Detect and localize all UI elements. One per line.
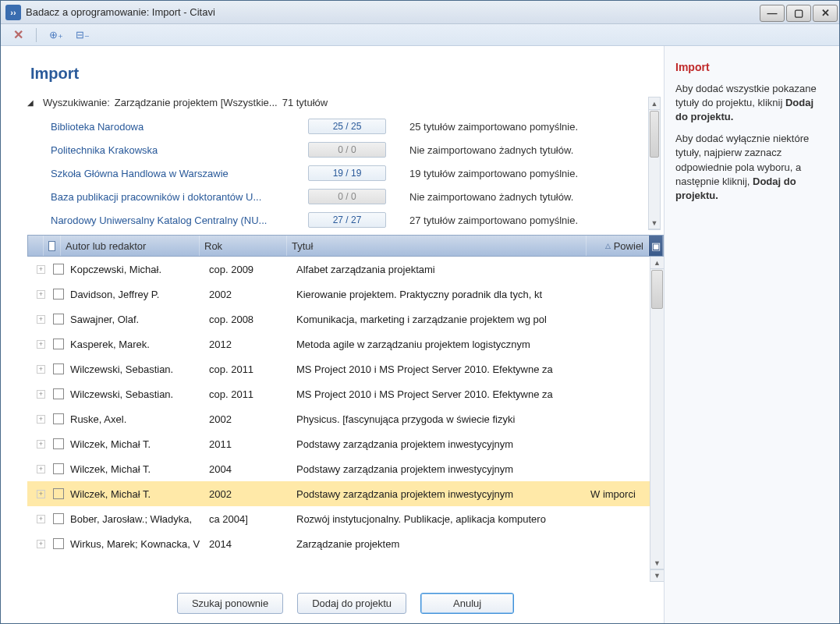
table-row[interactable]: +Bober, Jarosław.; Władyka,ca 2004]Rozwó… (27, 506, 650, 531)
cell-year: 2002 (209, 289, 296, 300)
body: Import ◢ Wyszukiwanie: Zarządzanie proje… (1, 46, 839, 623)
header-checkbox[interactable] (44, 236, 61, 256)
scroll-down-icon[interactable]: ▼ (649, 217, 660, 229)
source-count: 25 / 25 (308, 119, 386, 134)
table-row[interactable]: +Kopczewski, Michał.cop. 2009Alfabet zar… (27, 257, 650, 282)
source-row[interactable]: Szkoła Główna Handlowa w Warszawie19 / 1… (27, 161, 636, 185)
cell-title: Podstawy zarządzania projektem inwestycy… (296, 463, 590, 475)
cell-author: Kopczewski, Michał. (70, 264, 209, 275)
row-checkbox[interactable] (53, 438, 64, 449)
table-row[interactable]: +Sawajner, Olaf.cop. 2008Komunikacja, ma… (27, 307, 650, 332)
table-row[interactable]: +Wilczewski, Sebastian.cop. 2011MS Proje… (27, 381, 650, 406)
header-year[interactable]: Rok (200, 236, 287, 256)
header-scroll-corner[interactable]: ▣ (649, 236, 663, 256)
expand-row-icon[interactable]: + (37, 290, 45, 299)
grid-scrollbar[interactable]: ▲ ▼ ▼ (650, 257, 664, 582)
expand-all-icon[interactable]: ⊕₊ (44, 27, 68, 42)
table-row[interactable]: +Davidson, Jeffrey P.2002Kierowanie proj… (27, 282, 650, 307)
collapse-arrow-icon[interactable]: ◢ (27, 98, 38, 107)
expand-row-icon[interactable]: + (37, 415, 45, 424)
grid-scroll-up-icon[interactable]: ▲ (650, 257, 664, 269)
source-count: 0 / 0 (308, 142, 386, 158)
header-title[interactable]: Tytuł (287, 236, 587, 256)
row-checkbox[interactable] (53, 289, 64, 300)
row-checkbox[interactable] (53, 339, 64, 349)
help-title: Import (675, 60, 828, 76)
cell-title: Alfabet zarządzania projektami (296, 264, 590, 275)
table-row[interactable]: +Ruske, Axel.2002Physicus. [fascynująca … (27, 406, 650, 431)
cell-year: 2011 (209, 438, 296, 450)
minimize-button[interactable]: — (760, 5, 785, 22)
header-expand (28, 236, 44, 256)
row-checkbox[interactable] (53, 538, 64, 549)
grid-scroll-down-icon[interactable]: ▼ (650, 557, 664, 569)
table-row[interactable]: +Wilczek, Michał T.2011Podstawy zarządza… (27, 431, 650, 456)
row-checkbox[interactable] (53, 413, 64, 424)
button-bar: Szukaj ponownie Dodaj do projektu Anuluj (27, 582, 664, 614)
maximize-button[interactable]: ▢ (786, 5, 811, 22)
grid-header: Autor lub redaktor Rok Tytuł △Powiel ▣ (27, 235, 664, 257)
source-status: Nie zaimportowano żadnych tytułów. (386, 144, 636, 156)
collapse-all-icon[interactable]: ⊟₋ (71, 27, 94, 42)
expand-row-icon[interactable]: + (37, 490, 45, 498)
cell-title: MS Project 2010 i MS Project Server 2010… (296, 388, 590, 400)
grid-scroll-thumb[interactable] (651, 270, 663, 309)
row-checkbox[interactable] (53, 264, 64, 275)
source-row[interactable]: Biblioteka Narodowa25 / 2525 tytułów zai… (27, 115, 636, 138)
expand-row-icon[interactable]: + (37, 265, 45, 274)
scroll-up-icon[interactable]: ▲ (649, 98, 660, 110)
cell-title: Metoda agile w zarządzaniu projektem log… (296, 339, 590, 350)
row-checkbox[interactable] (53, 363, 64, 374)
table-row[interactable]: +Wilczewski, Sebastian.cop. 2011MS Proje… (27, 356, 650, 381)
source-row[interactable]: Narodowy Uniwersalny Katalog Centralny (… (27, 208, 636, 230)
cancel-button[interactable]: Anuluj (420, 593, 514, 614)
cell-title: Physicus. [fascynująca przygoda w świeci… (296, 413, 590, 425)
expand-row-icon[interactable]: + (37, 390, 45, 399)
source-row[interactable]: Politechnika Krakowska0 / 0Nie zaimporto… (27, 138, 636, 161)
window-controls: — ▢ ✕ (760, 3, 839, 22)
source-count: 19 / 19 (308, 165, 386, 181)
expand-row-icon[interactable]: + (37, 340, 45, 349)
row-checkbox[interactable] (53, 488, 64, 499)
expand-row-icon[interactable]: + (37, 465, 45, 473)
cell-author: Wilczewski, Sebastian. (70, 363, 209, 375)
expand-row-icon[interactable]: + (37, 515, 45, 523)
row-checkbox[interactable] (53, 463, 64, 474)
source-row[interactable]: Baza publikacji pracowników i doktorantó… (27, 185, 636, 208)
row-checkbox[interactable] (53, 314, 64, 324)
toolbar: ✕ ⊕₊ ⊟₋ (1, 24, 839, 46)
source-name[interactable]: Politechnika Krakowska (51, 144, 308, 156)
titlebar[interactable]: ›› Badacz a oprogramowanie: Import - Cit… (1, 1, 839, 24)
expand-row-icon[interactable]: + (37, 315, 45, 324)
source-name[interactable]: Szkoła Główna Handlowa w Warszawie (51, 168, 308, 179)
cell-year: cop. 2008 (209, 314, 296, 325)
add-to-project-button[interactable]: Dodaj do projektu (297, 593, 406, 614)
header-author[interactable]: Autor lub redaktor (61, 236, 200, 256)
expand-row-icon[interactable]: + (37, 365, 45, 374)
header-duplicate[interactable]: △Powiel (587, 236, 649, 256)
sources-scrollbar[interactable]: ▲ ▼ (648, 97, 661, 230)
app-window: ›› Badacz a oprogramowanie: Import - Cit… (0, 0, 840, 624)
expand-row-icon[interactable]: + (37, 540, 45, 548)
table-row[interactable]: +Wirkus, Marek; Kownacka, V2014Zarządzan… (27, 531, 650, 556)
source-name[interactable]: Narodowy Uniwersalny Katalog Centralny (… (51, 214, 308, 226)
row-checkbox[interactable] (53, 513, 64, 524)
source-name[interactable]: Baza publikacji pracowników i doktorantó… (51, 191, 308, 203)
search-again-button[interactable]: Szukaj ponownie (177, 593, 283, 614)
table-row[interactable]: +Wilczek, Michał T.2002Podstawy zarządza… (27, 481, 650, 506)
source-status: 19 tytułów zaimportowano pomyślnie. (386, 168, 636, 179)
table-row[interactable]: +Kasperek, Marek.2012Metoda agile w zarz… (27, 332, 650, 356)
expand-row-icon[interactable]: + (37, 440, 45, 448)
table-row[interactable]: +Wilczek, Michał T.2004Podstawy zarządza… (27, 456, 650, 481)
source-count: 0 / 0 (308, 189, 386, 204)
grid-scroll-end-icon[interactable]: ▼ (650, 569, 664, 582)
scroll-thumb[interactable] (650, 111, 659, 158)
search-summary: ◢ Wyszukiwanie: Zarządzanie projektem [W… (27, 97, 636, 108)
row-checkbox[interactable] (53, 388, 64, 399)
source-status: 27 tytułów zaimportowano pomyślnie. (386, 214, 636, 226)
close-button[interactable]: ✕ (813, 5, 838, 22)
source-status: 25 tytułów zaimportowano pomyślnie. (386, 121, 636, 133)
source-name[interactable]: Biblioteka Narodowa (51, 121, 308, 133)
cell-title: MS Project 2010 i MS Project Server 2010… (296, 363, 590, 375)
toolbar-close-icon[interactable]: ✕ (9, 27, 28, 42)
